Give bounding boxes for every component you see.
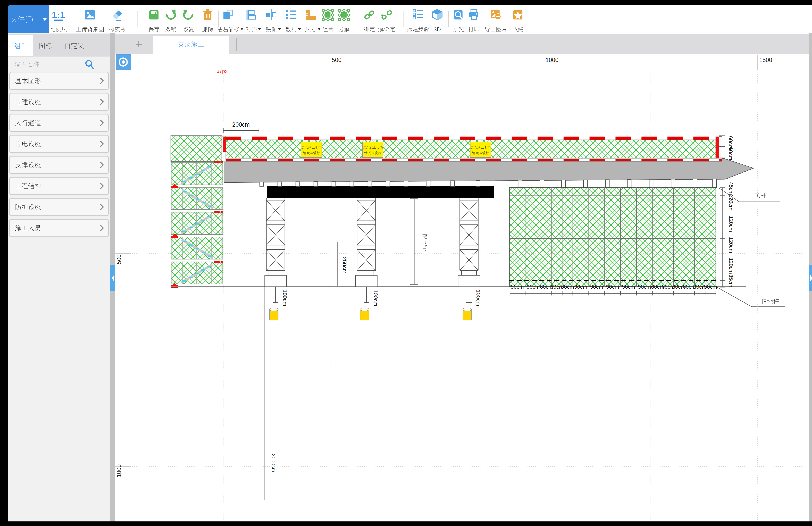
svg-text:500: 500 <box>116 254 122 264</box>
svg-text:90cm: 90cm <box>622 284 635 290</box>
svg-text:35cm: 35cm <box>728 274 734 287</box>
svg-text:120cm: 120cm <box>728 216 734 232</box>
svg-text:1500: 1500 <box>759 57 772 63</box>
svg-text:100cm: 100cm <box>282 290 288 306</box>
svg-text:90cm: 90cm <box>704 284 717 290</box>
svg-text:250cm: 250cm <box>342 257 348 273</box>
svg-text:90cm: 90cm <box>511 284 524 290</box>
svg-text:90cm: 90cm <box>527 284 540 290</box>
svg-text:90cm: 90cm <box>638 284 651 290</box>
svg-text:45cm: 45cm <box>728 182 734 195</box>
svg-text:60cm: 60cm <box>728 147 734 160</box>
svg-text:120cm: 120cm <box>728 258 734 274</box>
svg-text:90cm: 90cm <box>590 284 603 290</box>
svg-text:200cm: 200cm <box>232 121 250 128</box>
svg-text:1:1: 1:1 <box>52 10 65 20</box>
svg-text:1000: 1000 <box>116 464 122 477</box>
svg-text:2000cm: 2000cm <box>271 454 276 472</box>
svg-text:100cm: 100cm <box>373 290 379 306</box>
svg-text:90cm: 90cm <box>606 284 619 290</box>
svg-text:1000: 1000 <box>546 57 559 63</box>
svg-text:90cm: 90cm <box>574 284 588 290</box>
svg-text:3D: 3D <box>434 26 441 32</box>
svg-text:100cm: 100cm <box>475 290 481 306</box>
svg-text:500: 500 <box>332 57 342 63</box>
svg-text:120cm: 120cm <box>728 194 734 210</box>
svg-text:60cm: 60cm <box>561 284 574 290</box>
svg-text:120cm: 120cm <box>728 237 734 253</box>
